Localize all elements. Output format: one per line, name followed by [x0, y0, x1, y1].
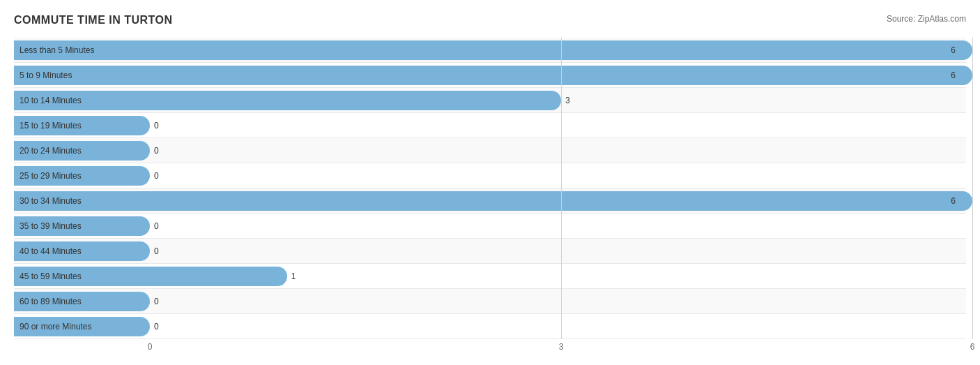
bar-row: 10 to 14 Minutes 3 — [14, 88, 966, 113]
chart-container: COMMUTE TIME IN TURTON Source: ZipAtlas.… — [14, 14, 966, 356]
bar-row: 90 or more Minutes 0 — [14, 314, 966, 339]
axis-tick-label: 0 — [148, 342, 153, 352]
bar-row: 25 to 29 Minutes 0 — [14, 163, 966, 188]
chart-title: COMMUTE TIME IN TURTON — [14, 14, 173, 27]
bar-row: 5 to 9 Minutes 6 — [14, 63, 966, 88]
x-axis: 036 — [14, 342, 966, 356]
bar-row: Less than 5 Minutes 6 — [14, 38, 966, 63]
bar-row: 45 to 59 Minutes 1 — [14, 264, 966, 289]
bar-row: 15 to 19 Minutes 0 — [14, 113, 966, 138]
bar-row: 30 to 34 Minutes 6 — [14, 188, 966, 214]
axis-tick-label: 6 — [970, 342, 975, 352]
bar-row: 35 to 39 Minutes 0 — [14, 214, 966, 239]
bar-row: 60 to 89 Minutes 0 — [14, 289, 966, 314]
chart-header: COMMUTE TIME IN TURTON Source: ZipAtlas.… — [14, 14, 966, 27]
axis-tick-label: 3 — [559, 342, 564, 352]
chart-source: Source: ZipAtlas.com — [887, 14, 966, 24]
bar-row: 20 to 24 Minutes 0 — [14, 138, 966, 163]
bar-row: 40 to 44 Minutes 0 — [14, 239, 966, 264]
bars-container: Less than 5 Minutes 6 5 to 9 Minutes 6 1… — [14, 38, 966, 339]
